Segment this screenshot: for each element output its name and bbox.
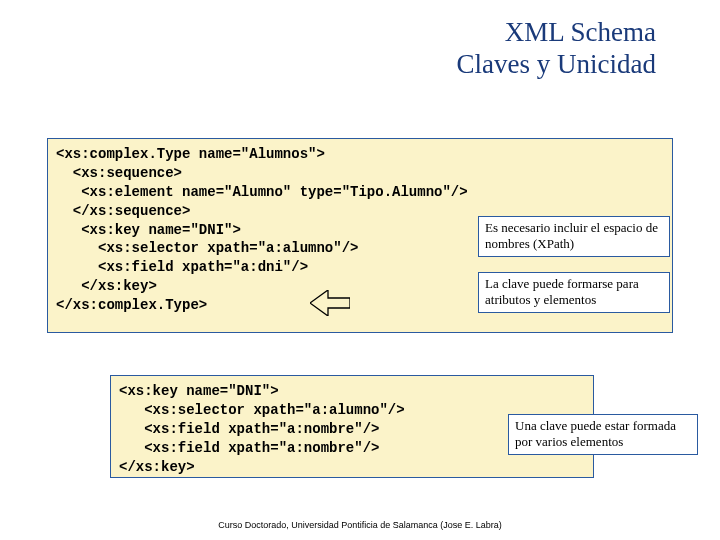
slide-footer: Curso Doctorado, Universidad Pontificia … [0, 520, 720, 530]
slide-title: XML Schema Claves y Unicidad [457, 16, 656, 81]
note-multi-elements: Una clave puede estar formada por varios… [508, 414, 698, 455]
note-key-attrs: La clave puede formarse para atributos y… [478, 272, 670, 313]
title-line-2: Claves y Unicidad [457, 48, 656, 80]
title-line-1: XML Schema [457, 16, 656, 48]
note-namespace: Es necesario incluir el espacio de nombr… [478, 216, 670, 257]
arrow-left-icon [310, 290, 350, 316]
